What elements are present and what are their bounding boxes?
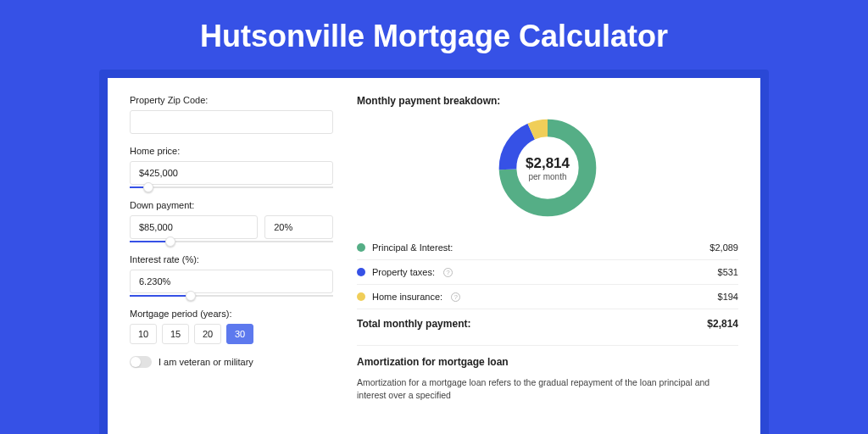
legend-label: Principal & Interest: — [372, 242, 453, 253]
bullet-icon — [357, 268, 365, 276]
breakdown-title: Monthly payment breakdown: — [357, 95, 738, 107]
interest-rate-field: Interest rate (%): — [130, 254, 333, 297]
period-btn-30[interactable]: 30 — [226, 324, 253, 344]
zip-input[interactable] — [130, 110, 333, 134]
down-payment-input[interactable] — [130, 215, 258, 239]
amortization-body: Amortization for a mortgage loan refers … — [357, 376, 738, 401]
total-row: Total monthly payment: $2,814 — [357, 309, 738, 342]
form-column: Property Zip Code: Home price: Down paym… — [130, 95, 333, 434]
panel-wrap: Property Zip Code: Home price: Down paym… — [99, 70, 769, 434]
interest-rate-input[interactable] — [130, 270, 333, 293]
down-payment-label: Down payment: — [130, 200, 333, 210]
total-label: Total monthly payment: — [357, 318, 470, 330]
calculator-panel: Property Zip Code: Home price: Down paym… — [108, 78, 760, 434]
donut-sub: per month — [528, 172, 566, 181]
legend-label: Property taxes: — [372, 267, 435, 277]
help-icon[interactable]: ? — [443, 268, 453, 277]
home-price-label: Home price: — [130, 146, 333, 156]
period-label: Mortgage period (years): — [130, 309, 333, 319]
down-payment-slider[interactable] — [130, 241, 333, 242]
donut-value: $2,814 — [526, 155, 570, 172]
veteran-row: I am veteran or military — [130, 356, 333, 368]
down-payment-percent-input[interactable] — [264, 215, 333, 239]
home-price-field: Home price: — [130, 146, 333, 188]
legend-row-property_taxes: Property taxes:?$531 — [357, 260, 738, 285]
legend-row-home_insurance: Home insurance:?$194 — [357, 285, 738, 309]
legend-value: $2,089 — [709, 242, 738, 253]
bullet-icon — [357, 292, 365, 301]
veteran-label: I am veteran or military — [159, 357, 253, 367]
donut-chart-wrap: $2,814 per month — [357, 115, 738, 220]
page-title: Hutsonville Mortgage Calculator — [0, 0, 868, 70]
interest-rate-label: Interest rate (%): — [130, 254, 333, 264]
legend-row-principal_interest: Principal & Interest:$2,089 — [357, 236, 738, 260]
period-btn-20[interactable]: 20 — [194, 324, 221, 344]
bullet-icon — [357, 243, 365, 252]
interest-rate-slider[interactable] — [130, 295, 333, 297]
amortization-title: Amortization for mortgage loan — [357, 345, 738, 368]
period-btn-15[interactable]: 15 — [162, 324, 189, 344]
legend-label: Home insurance: — [372, 292, 442, 302]
donut-center: $2,814 per month — [495, 115, 600, 220]
home-price-input[interactable] — [130, 161, 333, 185]
home-price-slider[interactable] — [130, 186, 333, 188]
total-amount: $2,814 — [707, 318, 738, 330]
toggle-thumb — [131, 357, 141, 367]
zip-label: Property Zip Code: — [130, 95, 333, 105]
legend-value: $531 — [718, 267, 738, 277]
down-payment-field: Down payment: — [130, 200, 333, 242]
veteran-toggle[interactable] — [130, 356, 152, 368]
slider-thumb[interactable] — [165, 236, 175, 247]
period-field: Mortgage period (years): 10152030 — [130, 309, 333, 344]
slider-thumb[interactable] — [143, 182, 153, 192]
slider-thumb[interactable] — [186, 291, 196, 301]
donut-chart: $2,814 per month — [495, 115, 600, 220]
legend: Principal & Interest:$2,089Property taxe… — [357, 236, 738, 309]
breakdown-column: Monthly payment breakdown: $2,814 per mo… — [357, 95, 738, 434]
legend-value: $194 — [718, 292, 738, 302]
help-icon[interactable]: ? — [451, 292, 460, 302]
period-btn-10[interactable]: 10 — [130, 324, 157, 344]
zip-field: Property Zip Code: — [130, 95, 333, 134]
